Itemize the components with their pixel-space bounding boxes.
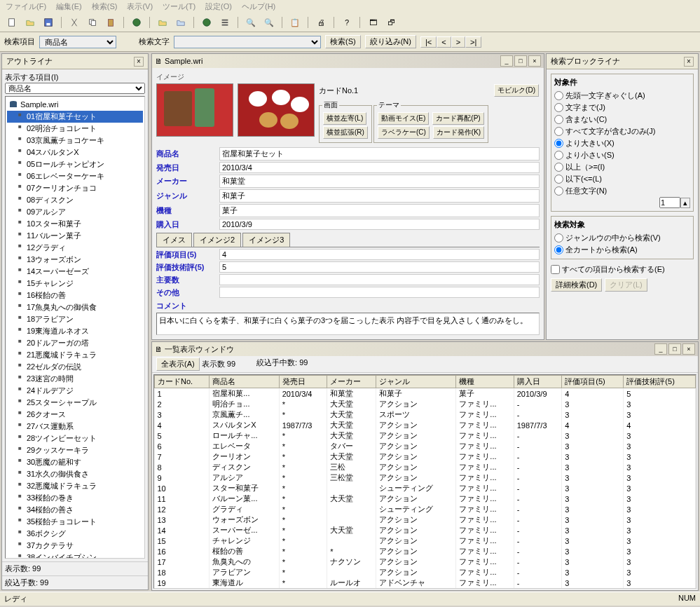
tree-item[interactable]: 19東海道ルネオス [7, 325, 143, 337]
match-radio[interactable] [554, 91, 563, 100]
data-grid[interactable]: カードNo.商品名発売日メーカージャンル機種購入日評価項目(5)評価技術評(5)… [153, 374, 696, 589]
column-header[interactable]: 商品名 [210, 376, 279, 388]
tree-item[interactable]: 03京風薫チョコケーキ [7, 135, 143, 146]
send-button[interactable]: モビルク(D) [494, 84, 539, 97]
nav-button[interactable]: |< [420, 36, 437, 48]
table-row[interactable]: 2明治チョ...*大天堂アクションファミリ...-33 [155, 399, 696, 409]
tree-item[interactable]: 08ディスクン [7, 194, 143, 206]
cascade-icon[interactable]: 🗗 [383, 15, 399, 29]
table-row[interactable]: 10スター和菓子*シューティングファミリ...-33 [155, 483, 696, 493]
field-value[interactable]: 和菓堂 [219, 175, 540, 188]
table-row[interactable]: 18アラビアン*アクションファミリ...-33 [155, 567, 696, 578]
table-row[interactable]: 8ディスクン*三松アクションファミリ...-33 [155, 462, 696, 472]
column-header[interactable]: メーカー [327, 376, 376, 388]
help-icon[interactable]: ? [339, 15, 355, 29]
filter-button[interactable]: 絞り込み(N) [365, 35, 416, 48]
column-header[interactable]: 購入日 [514, 376, 562, 388]
table-row[interactable]: 12グラディ*シューティングファミリ...-33 [155, 504, 696, 514]
theme-btn1[interactable]: 動画モイス(E) [378, 112, 429, 125]
menu-item[interactable]: 表示(V) [127, 1, 153, 12]
match-radio[interactable] [554, 139, 563, 148]
tree-item[interactable]: 21悪魔城ドラキュラ [7, 349, 143, 361]
tree-item[interactable]: 25スターシャープル [7, 397, 143, 409]
column-header[interactable]: カードNo. [155, 376, 210, 388]
tree-item[interactable]: 24ドルデアジ [7, 385, 143, 397]
close-icon[interactable]: × [528, 55, 541, 67]
close-icon[interactable]: × [684, 57, 694, 67]
field-value[interactable]: 宿屋和菓子セット [219, 147, 540, 161]
field-value[interactable] [219, 274, 540, 285]
globe-icon[interactable] [129, 15, 144, 29]
table-row[interactable]: 5ロールチャ...*大天堂アクションファミリ...-33 [155, 430, 696, 441]
field-value[interactable] [219, 287, 540, 298]
tree-item[interactable]: 07クーリオンチョコ [7, 182, 143, 194]
paste-icon[interactable] [103, 15, 118, 29]
print-icon[interactable]: 🖨 [313, 15, 329, 29]
thumbnail-1[interactable] [156, 83, 233, 137]
tree-item[interactable]: 16桜飴の善 [7, 289, 143, 301]
tree-item[interactable]: 37カクテラサ [7, 540, 143, 552]
menu-item[interactable]: 設定(O) [205, 1, 232, 12]
match-radio[interactable] [554, 175, 563, 184]
all-fields-checkbox[interactable] [551, 265, 560, 274]
num-input[interactable] [659, 197, 680, 208]
table-row[interactable]: 1宿屋和菓...2010/3/4和菓堂和菓子菓子2010/3/945 [155, 388, 696, 400]
table-row[interactable]: 11バルーン菓...*大天堂アクションファミリ...-33 [155, 493, 696, 504]
table-row[interactable]: 17魚臭丸への*ナクソンアクションファミリ...-33 [155, 557, 696, 567]
nav-button[interactable]: >| [465, 36, 481, 48]
tree-item[interactable]: 36ボクシグ [7, 528, 143, 540]
tree-item[interactable]: 28ツインビーセット [7, 432, 143, 444]
open-icon[interactable] [22, 15, 38, 29]
column-header[interactable]: 評価技術評(5) [624, 376, 696, 388]
show-all-button[interactable]: 全表示(A) [156, 357, 200, 371]
tree-item[interactable]: 26クオース [7, 409, 143, 421]
scope-radio[interactable] [554, 245, 563, 254]
field-value[interactable]: 2010/3/9 [219, 219, 540, 230]
tree-item[interactable]: 22ゼルダの伝説 [7, 361, 143, 373]
tree-item[interactable]: 05ロールチャンピオン [7, 158, 143, 170]
nav-button[interactable]: > [451, 36, 465, 48]
match-radio[interactable] [554, 127, 563, 136]
close-icon[interactable]: × [682, 343, 695, 355]
menu-item[interactable]: 編集(E) [56, 1, 82, 12]
table-row[interactable]: 9アルシア*三松堂アクションファミリ...-33 [155, 472, 696, 483]
table-row[interactable]: 16桜飴の善**アクションファミリ...-33 [155, 546, 696, 557]
tree-item[interactable]: 33桜飴の巻き [7, 492, 143, 504]
folder-open-icon[interactable] [155, 15, 170, 29]
zoom-in-icon[interactable]: 🔍 [243, 15, 259, 29]
tree-item[interactable]: 10スター和菓子 [7, 218, 143, 230]
match-radio[interactable] [554, 151, 563, 160]
tree-item[interactable]: 35桜飴チョコレート [7, 516, 143, 528]
field-value[interactable]: 5 [219, 261, 540, 273]
theme-btn2[interactable]: カード再配(P) [432, 112, 483, 125]
table-row[interactable]: 7クーリオン*大天堂アクションファミリ...-33 [155, 451, 696, 462]
column-header[interactable]: 発売日 [279, 376, 327, 388]
maximize-icon[interactable]: □ [668, 343, 681, 355]
tree-item[interactable]: 27バス運動系 [7, 421, 143, 432]
tree-item[interactable]: 32悪魔城ドラキュラ [7, 480, 143, 492]
table-row[interactable]: 14スーパーゼ...*大天堂アクションファミリ...-33 [155, 525, 696, 536]
search-field-select[interactable]: 商品名 [39, 36, 116, 48]
field-value[interactable]: 4 [219, 249, 540, 260]
field-value[interactable]: 和菓子 [219, 189, 540, 203]
globe2-icon[interactable] [199, 15, 214, 29]
sidebar-field-select[interactable]: 商品名 [5, 83, 145, 94]
window-icon[interactable]: 🗔 [365, 15, 380, 29]
table-row[interactable]: 4スパルタンX1987/7/3大天堂アクションファミリ...1987/7/344 [155, 420, 696, 430]
tree-item[interactable]: 15チャレンジ [7, 278, 143, 289]
adv-search-button[interactable]: 詳細検索(D) [551, 278, 602, 292]
tree[interactable]: Sample.wri 01宿屋和菓子セット02明治チョコレート03京風薫チョコケ… [5, 96, 145, 559]
tree-item[interactable]: 29クッスケーキラ [7, 444, 143, 456]
cut-icon[interactable] [67, 15, 82, 29]
table-row[interactable]: 6エレベータ*タバーアクションファミリ...-33 [155, 441, 696, 451]
table-row[interactable]: 15チャレンジ*アクションファミリ...-33 [155, 536, 696, 546]
theme-btn3[interactable]: ラベラケー(C) [378, 126, 430, 139]
search-button[interactable]: 検索(S) [325, 35, 361, 48]
tree-item[interactable]: 02明治チョコレート [7, 123, 143, 135]
tree-item[interactable]: 17魚臭丸への御供食 [7, 301, 143, 313]
tab[interactable]: イメンジ2 [193, 233, 241, 247]
menu-item[interactable]: 検索(S) [92, 1, 118, 12]
tree-item[interactable]: 30悪魔の籠和す [7, 456, 143, 468]
column-header[interactable]: 評価項目(5) [562, 376, 624, 388]
tree-item[interactable]: 20ドルアーガの塔 [7, 337, 143, 349]
